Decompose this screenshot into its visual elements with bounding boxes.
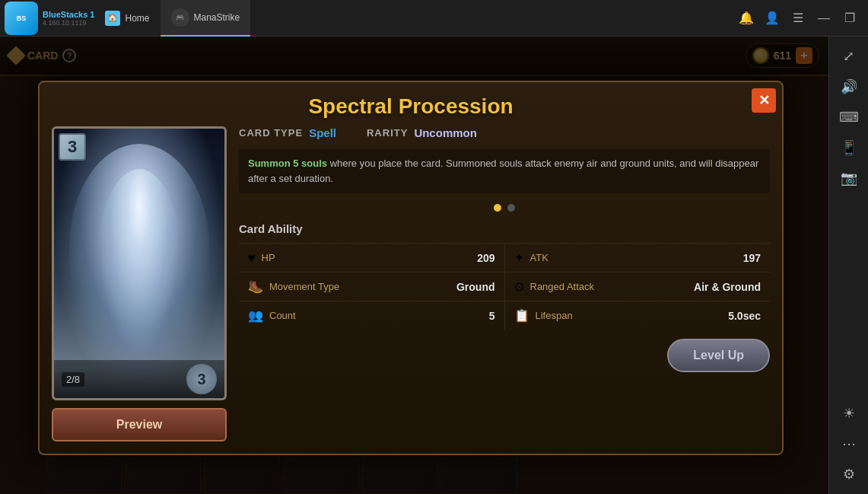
camera-icon[interactable]: 📷 xyxy=(835,164,863,192)
card-description: Summon 5 souls where you place the card.… xyxy=(239,148,770,193)
lifespan-label: Lifespan xyxy=(536,310,573,321)
page-indicator xyxy=(239,204,770,212)
minimize-icon[interactable]: — xyxy=(812,6,836,30)
home-icon: 🏠 xyxy=(105,11,120,26)
heart-icon: ♥ xyxy=(248,251,256,265)
bell-icon[interactable]: 🔔 xyxy=(734,6,758,30)
star-icon: ✦ xyxy=(514,250,524,265)
stat-hp: ♥ HP 209 xyxy=(239,244,505,272)
stat-count: 👥 Count 5 xyxy=(239,301,505,330)
stat-atk: ✦ ATK 197 xyxy=(505,244,771,272)
card-bottom-bar: 2/8 3 xyxy=(54,360,224,398)
dot-1 xyxy=(494,204,501,212)
bs-title-block: BlueStacks 1 4.160.10.1119 xyxy=(43,10,94,27)
ability-section-title: Card Ability xyxy=(239,222,770,235)
tab-home[interactable]: 🏠 Home xyxy=(94,0,160,37)
card-art-inner: 3 xyxy=(54,129,224,398)
stat-movement: 🥾 Movement Type Ground xyxy=(239,272,505,301)
phone-icon[interactable]: 📱 xyxy=(835,134,863,161)
stat-row-1: ♥ HP 209 ✦ ATK 197 xyxy=(239,243,770,272)
bs-version: 4.160.10.1119 xyxy=(43,19,94,27)
card-level: 2/8 xyxy=(62,372,84,387)
ghost-glow xyxy=(97,169,182,358)
account-icon[interactable]: 👤 xyxy=(760,6,784,30)
document-icon: 📋 xyxy=(514,308,529,323)
brightness-icon[interactable]: ☀ xyxy=(835,400,863,427)
stat-ranged: ⊙ Ranged Attack Air & Ground xyxy=(505,272,771,301)
close-button[interactable]: ✕ xyxy=(752,88,776,113)
menu-icon[interactable]: ☰ xyxy=(786,6,810,30)
card-type-item: CARD TYPE Spell xyxy=(239,126,336,139)
target-icon: ⊙ xyxy=(514,279,524,294)
lifespan-value: 5.0sec xyxy=(728,310,761,322)
tab-manastrike[interactable]: 🎮 ManaStrike xyxy=(161,0,251,37)
card-art-panel: 3 2/8 3 Preview xyxy=(52,126,227,441)
card-type-label: CARD TYPE xyxy=(239,127,303,139)
rarity-label: RARITY xyxy=(367,127,408,139)
expand-icon[interactable]: ⤢ xyxy=(835,43,863,70)
hp-value: 209 xyxy=(477,252,494,264)
people-icon: 👥 xyxy=(248,308,263,323)
card-type-value: Spell xyxy=(309,126,336,139)
rarity-item: RARITY Uncommon xyxy=(367,126,477,139)
tab-manastrike-label: ManaStrike xyxy=(194,12,240,23)
hp-label: HP xyxy=(262,252,275,263)
card-mana-cost: 3 xyxy=(59,133,86,161)
movement-value: Ground xyxy=(456,281,495,293)
levelup-area: Level Up xyxy=(239,339,770,372)
card-layout: 3 2/8 3 Preview xyxy=(52,126,770,441)
ranged-value: Air & Ground xyxy=(694,281,761,293)
movement-label: Movement Type xyxy=(269,281,339,292)
dots-menu-icon[interactable]: ⋯ xyxy=(835,430,863,457)
count-label: Count xyxy=(269,310,296,321)
card-cost-circle: 3 xyxy=(186,364,217,394)
count-value: 5 xyxy=(489,310,495,322)
settings-icon[interactable]: ⚙ xyxy=(835,461,863,488)
dot-2 xyxy=(507,204,515,212)
rarity-value: Uncommon xyxy=(414,126,477,139)
bs-title: BlueStacks 1 xyxy=(43,10,94,19)
atk-value: 197 xyxy=(743,252,761,264)
restore-icon[interactable]: ❐ xyxy=(838,6,862,30)
tab-home-label: Home xyxy=(125,13,149,24)
preview-button[interactable]: Preview xyxy=(52,408,227,441)
game-icon: 🎮 xyxy=(171,8,189,27)
card-info-panel: CARD TYPE Spell RARITY Uncommon Summon 5… xyxy=(239,126,770,441)
card-detail-modal: ✕ Spectral Procession 3 xyxy=(38,81,784,455)
description-highlight: Summon 5 souls xyxy=(248,158,327,169)
card-title: Spectral Procession xyxy=(52,94,770,119)
topbar-actions: 🔔 👤 ☰ — ❐ xyxy=(734,6,862,30)
game-area: CARD ? 611 + ✕ Spectral Procession xyxy=(0,37,828,494)
card-meta: CARD TYPE Spell RARITY Uncommon xyxy=(239,126,770,139)
card-art: 3 2/8 3 xyxy=(52,126,227,400)
ranged-label: Ranged Attack xyxy=(530,281,595,292)
right-sidebar: ⤢ 🔊 ⌨ 📱 📷 ☀ ⋯ ⚙ xyxy=(828,37,868,494)
stats-grid: ♥ HP 209 ✦ ATK 197 🥾 xyxy=(239,243,770,330)
boot-icon: 🥾 xyxy=(248,279,263,294)
stat-row-2: 🥾 Movement Type Ground ⊙ Ranged Attack A… xyxy=(239,272,770,301)
bluestacks-logo: BS xyxy=(5,2,38,35)
volume-icon[interactable]: 🔊 xyxy=(835,73,863,100)
stat-row-3: 👥 Count 5 📋 Lifespan 5.0sec xyxy=(239,301,770,330)
keyboard-icon[interactable]: ⌨ xyxy=(835,104,863,131)
bluestacks-topbar: BS BlueStacks 1 4.160.10.1119 🏠 Home 🎮 M… xyxy=(0,0,868,37)
atk-label: ATK xyxy=(530,252,548,263)
stat-lifespan: 📋 Lifespan 5.0sec xyxy=(505,301,771,330)
levelup-button[interactable]: Level Up xyxy=(667,339,770,372)
